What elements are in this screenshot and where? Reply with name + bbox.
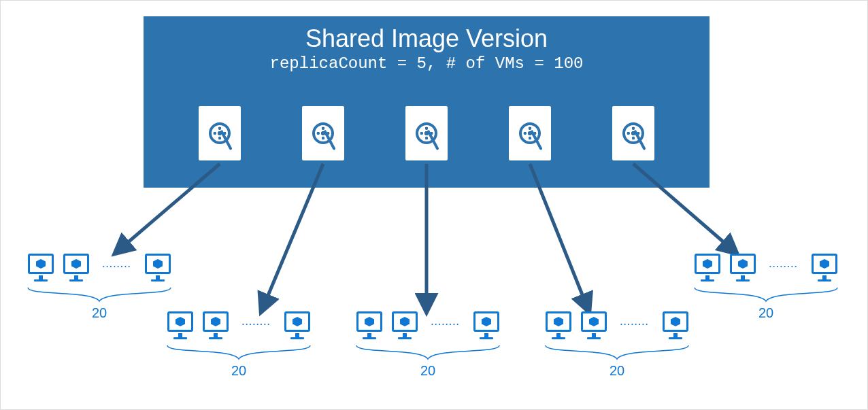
vm-icon bbox=[61, 252, 91, 282]
group-count-label: 20 bbox=[681, 305, 851, 321]
vm-icon bbox=[143, 252, 173, 282]
vm-icon bbox=[692, 252, 722, 282]
group-count-label: 20 bbox=[343, 363, 513, 379]
brace bbox=[343, 344, 513, 360]
ellipsis: ........ bbox=[236, 318, 277, 332]
vm-icon bbox=[282, 310, 312, 340]
group-count-label: 20 bbox=[154, 363, 324, 379]
brace bbox=[154, 344, 324, 360]
vm-icon bbox=[728, 252, 758, 282]
disk-icon bbox=[302, 106, 344, 160]
disk-icon bbox=[405, 106, 448, 160]
header-subtitle: replicaCount = 5, # of VMs = 100 bbox=[144, 54, 710, 73]
vm-icon bbox=[390, 310, 420, 340]
brace bbox=[532, 344, 702, 360]
vm-group: ........ 20 bbox=[681, 252, 851, 321]
vm-icon bbox=[26, 252, 56, 282]
ellipsis: ........ bbox=[97, 260, 137, 275]
vm-row: ........ bbox=[14, 252, 184, 282]
vm-group: ........ 20 bbox=[532, 310, 702, 379]
vm-row: ........ bbox=[681, 252, 851, 282]
disk-icon bbox=[199, 106, 241, 160]
vm-icon bbox=[201, 310, 231, 340]
vm-icon bbox=[661, 310, 690, 340]
ellipsis: ........ bbox=[614, 318, 655, 332]
header-title: Shared Image Version bbox=[144, 24, 710, 53]
disk-icon bbox=[509, 106, 551, 160]
brace bbox=[681, 286, 851, 303]
ellipsis: ........ bbox=[425, 318, 466, 332]
replica-disk-row bbox=[144, 106, 710, 160]
vm-icon bbox=[544, 310, 573, 340]
vm-row: ........ bbox=[154, 310, 324, 340]
vm-icon bbox=[165, 310, 195, 340]
vm-icon bbox=[579, 310, 609, 340]
vm-icon bbox=[809, 252, 839, 282]
vm-row: ........ bbox=[343, 310, 513, 340]
diagram-canvas: Shared Image Version replicaCount = 5, #… bbox=[0, 0, 868, 410]
vm-icon bbox=[471, 310, 501, 340]
vm-group: ........ 20 bbox=[343, 310, 513, 379]
vm-group: ........ 20 bbox=[154, 310, 324, 379]
shared-image-version-box: Shared Image Version replicaCount = 5, #… bbox=[144, 16, 710, 188]
group-count-label: 20 bbox=[532, 363, 702, 379]
brace bbox=[14, 286, 184, 303]
vm-icon bbox=[354, 310, 384, 340]
vm-row: ........ bbox=[532, 310, 702, 340]
disk-icon bbox=[612, 106, 654, 160]
ellipsis: ........ bbox=[763, 260, 804, 275]
